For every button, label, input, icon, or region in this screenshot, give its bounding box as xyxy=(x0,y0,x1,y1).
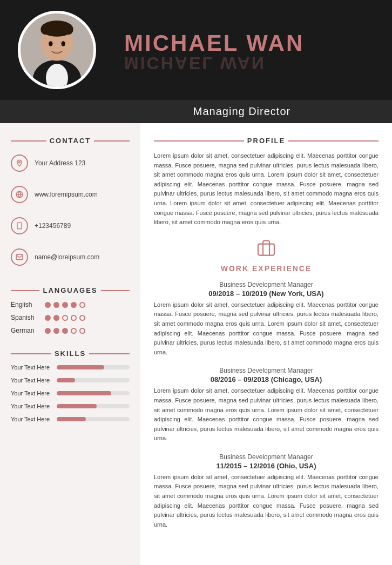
main-name: MICHAEL WAN xyxy=(124,31,376,56)
work-period-2: 08/2016 – 09/2018 (Chicago, USA) xyxy=(154,375,379,384)
contact-section-title: CONTACT xyxy=(11,137,130,145)
lang-english-dots xyxy=(45,302,85,308)
profile-title: PROFILE xyxy=(154,137,379,145)
skill-3-label: Your Text Here xyxy=(11,390,51,396)
dot xyxy=(62,315,68,321)
skill-3: Your Text Here xyxy=(11,390,130,396)
work-period-3: 11/2015 – 12/2016 (Ohio, USA) xyxy=(154,462,379,470)
profile-text: Lorem ipsum dolor sit amet, consectetuer… xyxy=(154,151,379,227)
resume-container: MICHAEL WAN MICHAEL WAN Managing Directo… xyxy=(0,0,392,565)
skill-2: Your Text Here xyxy=(11,377,130,384)
skill-5-bar xyxy=(57,417,130,421)
language-german: German xyxy=(11,327,130,334)
skill-1-fill xyxy=(57,365,104,369)
dot xyxy=(45,328,51,334)
languages-section-title: LANGUAGES xyxy=(11,286,130,294)
contact-email-text: name@loreipsum.com xyxy=(35,253,99,261)
work-experience-section: WORK EXPERIENCE Business Development Man… xyxy=(154,238,379,530)
dot xyxy=(53,328,59,334)
photo-area xyxy=(0,0,108,100)
dot xyxy=(62,302,68,308)
skill-3-fill xyxy=(57,391,111,395)
svg-point-6 xyxy=(49,41,52,46)
skill-1-bar xyxy=(57,365,130,369)
svg-rect-5 xyxy=(40,24,73,35)
dot xyxy=(71,302,77,308)
dot xyxy=(79,315,85,321)
work-item-1: Business Development Manager 09/2018 – 1… xyxy=(154,281,379,358)
skill-1-label: Your Text Here xyxy=(11,364,51,371)
skill-3-bar xyxy=(57,391,130,395)
work-item-2: Business Development Manager 08/2016 – 0… xyxy=(154,367,379,443)
lang-spanish-label: Spanish xyxy=(11,314,40,321)
lang-spanish-dots xyxy=(45,315,85,321)
dot xyxy=(45,302,51,308)
subtitle-text: Managing Director xyxy=(193,105,290,117)
profile-section: PROFILE Lorem ipsum dolor sit amet, cons… xyxy=(154,137,379,227)
skill-5: Your Text Here xyxy=(11,416,130,422)
language-spanish: Spanish xyxy=(11,314,130,321)
skill-5-fill xyxy=(57,417,86,421)
skill-4-fill xyxy=(57,404,97,408)
skill-4: Your Text Here xyxy=(11,403,130,409)
dot xyxy=(53,302,59,308)
svg-point-8 xyxy=(19,162,21,163)
name-reflection: MICHAEL WAN xyxy=(124,56,376,70)
contact-web: www.loremipsum.com xyxy=(11,183,130,206)
right-column: PROFILE Lorem ipsum dolor sit amet, cons… xyxy=(140,123,392,565)
dot xyxy=(79,328,85,334)
work-period-1: 09/2018 – 10/2019 (New York, USA) xyxy=(154,290,379,298)
skills-section-title: SKILLS xyxy=(11,349,130,358)
work-role-1: Business Development Manager xyxy=(154,281,379,288)
skill-2-label: Your Text Here xyxy=(11,377,51,384)
svg-point-7 xyxy=(61,41,65,46)
skills-section: SKILLS Your Text Here Your Text Here You… xyxy=(11,349,130,422)
dot xyxy=(45,315,51,321)
header-title-area: MICHAEL WAN MICHAEL WAN xyxy=(108,0,392,100)
skill-5-label: Your Text Here xyxy=(11,416,51,422)
work-role-2: Business Development Manager xyxy=(154,367,379,374)
contact-address-text: Your Address 123 xyxy=(35,159,85,167)
subtitle-bar: Managing Director xyxy=(0,100,392,123)
contact-email: name@loreipsum.com xyxy=(11,245,130,269)
body: CONTACT Your Address 123 xyxy=(0,123,392,565)
skill-2-fill xyxy=(57,378,75,382)
work-role-3: Business Development Manager xyxy=(154,453,379,461)
dot xyxy=(71,315,77,321)
contact-phone: +123456789 xyxy=(11,214,130,238)
briefcase-icon xyxy=(154,238,379,261)
work-exp-header: WORK EXPERIENCE xyxy=(154,238,379,273)
left-column: CONTACT Your Address 123 xyxy=(0,123,140,565)
lang-english-label: English xyxy=(11,301,40,308)
skill-2-bar xyxy=(57,378,130,382)
language-english: English xyxy=(11,301,130,308)
skill-4-label: Your Text Here xyxy=(11,403,51,409)
address-icon xyxy=(11,154,28,172)
dot xyxy=(62,328,68,334)
contact-phone-text: +123456789 xyxy=(35,222,71,230)
work-desc-1: Lorem ipsum dolor sit amet, consectetuer… xyxy=(154,300,379,358)
dot xyxy=(71,328,77,334)
contact-web-text: www.loremipsum.com xyxy=(35,191,98,198)
languages-section: LANGUAGES English Spanish xyxy=(11,286,130,334)
work-item-3: Business Development Manager 11/2015 – 1… xyxy=(154,453,379,530)
header: MICHAEL WAN MICHAEL WAN xyxy=(0,0,392,100)
dot xyxy=(53,315,59,321)
web-icon xyxy=(11,186,28,203)
svg-rect-13 xyxy=(258,244,274,255)
contact-section: CONTACT Your Address 123 xyxy=(11,137,130,269)
contact-address: Your Address 123 xyxy=(11,151,130,175)
work-exp-title: WORK EXPERIENCE xyxy=(154,264,379,273)
lang-german-dots xyxy=(45,328,85,334)
skill-4-bar xyxy=(57,404,130,408)
work-desc-2: Lorem ipsum dolor sit amet, consectetuer… xyxy=(154,386,379,443)
work-desc-3: Lorem ipsum dolor sit amet, consectetuer… xyxy=(154,473,379,530)
lang-german-label: German xyxy=(11,327,40,334)
skill-1: Your Text Here xyxy=(11,364,130,371)
avatar xyxy=(18,11,96,89)
phone-icon xyxy=(11,217,28,234)
dot xyxy=(79,302,85,308)
email-icon xyxy=(11,248,28,266)
